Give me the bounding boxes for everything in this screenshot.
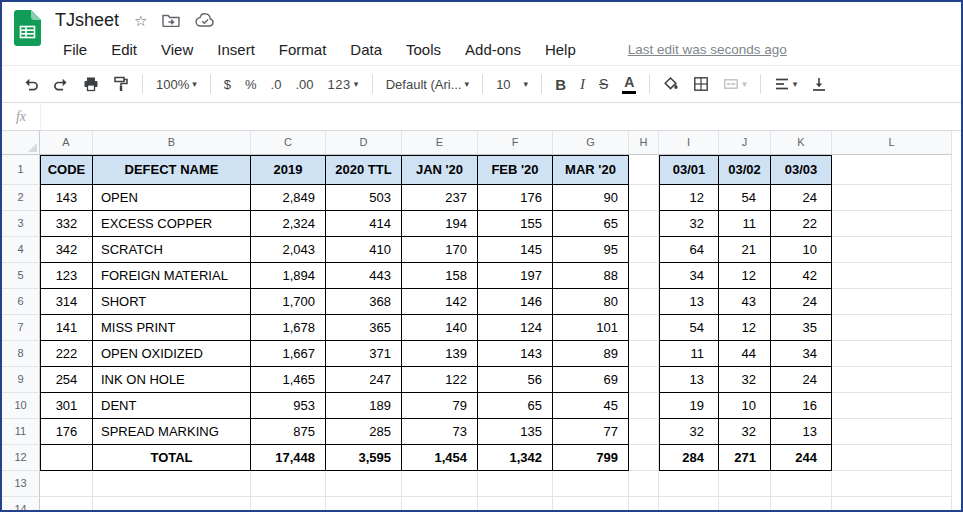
cell-E14[interactable] [402,497,478,510]
cell-E8[interactable]: 139 [402,341,478,367]
document-title[interactable]: TJsheet [55,10,119,31]
cell-J11[interactable]: 32 [719,419,771,445]
menu-edit[interactable]: Edit [111,41,137,58]
cell-B13[interactable] [93,471,251,497]
column-header-L[interactable]: L [832,131,952,155]
cell-I1[interactable]: 03/01 [659,155,719,185]
cell-H6[interactable] [629,289,659,315]
cell-F12[interactable]: 1,342 [478,445,553,471]
cell-G6[interactable]: 80 [553,289,629,315]
row-header-10[interactable]: 10 [2,393,40,419]
cell-F13[interactable] [478,471,553,497]
font-family-select[interactable]: Default (Ari... ▾ [379,71,476,97]
cell-G8[interactable]: 89 [553,341,629,367]
cell-G14[interactable] [553,497,629,510]
cell-L7[interactable] [832,315,952,341]
column-header-A[interactable]: A [40,131,93,155]
percent-format-button[interactable]: % [238,71,264,97]
cell-A5[interactable]: 123 [40,263,93,289]
cell-J7[interactable]: 12 [719,315,771,341]
redo-button[interactable] [46,71,76,97]
cell-I5[interactable]: 34 [659,263,719,289]
cell-K9[interactable]: 24 [771,367,832,393]
sheets-logo-icon[interactable] [14,10,41,46]
cell-G7[interactable]: 101 [553,315,629,341]
menu-insert[interactable]: Insert [217,41,255,58]
cell-L2[interactable] [832,185,952,211]
cell-J4[interactable]: 21 [719,237,771,263]
cell-A2[interactable]: 143 [40,185,93,211]
cell-F10[interactable]: 65 [478,393,553,419]
cell-H8[interactable] [629,341,659,367]
cell-G9[interactable]: 69 [553,367,629,393]
cell-F8[interactable]: 143 [478,341,553,367]
cell-K13[interactable] [771,471,832,497]
column-header-F[interactable]: F [478,131,553,155]
move-folder-icon[interactable] [162,13,180,27]
cell-I4[interactable]: 64 [659,237,719,263]
horizontal-align-button[interactable]: ▾ [767,71,805,97]
cell-B5[interactable]: FOREIGN MATERIAL [93,263,251,289]
cell-C9[interactable]: 1,465 [251,367,326,393]
row-header-8[interactable]: 8 [2,341,40,367]
cell-B11[interactable]: SPREAD MARKING [93,419,251,445]
cell-D4[interactable]: 410 [326,237,402,263]
column-header-G[interactable]: G [553,131,629,155]
cell-D9[interactable]: 247 [326,367,402,393]
cell-B6[interactable]: SHORT [93,289,251,315]
cell-E4[interactable]: 170 [402,237,478,263]
cell-G13[interactable] [553,471,629,497]
cell-G4[interactable]: 95 [553,237,629,263]
cell-K11[interactable]: 13 [771,419,832,445]
row-header-11[interactable]: 11 [2,419,40,445]
cell-H11[interactable] [629,419,659,445]
cell-B1[interactable]: DEFECT NAME [93,155,251,185]
cell-K14[interactable] [771,497,832,510]
cell-J6[interactable]: 43 [719,289,771,315]
cell-A8[interactable]: 222 [40,341,93,367]
cell-D1[interactable]: 2020 TTL [326,155,402,185]
row-header-1[interactable]: 1 [2,155,40,185]
cell-K12[interactable]: 244 [771,445,832,471]
cell-L4[interactable] [832,237,952,263]
bold-button[interactable]: B [548,71,573,97]
cell-E13[interactable] [402,471,478,497]
cell-D2[interactable]: 503 [326,185,402,211]
cell-K3[interactable]: 22 [771,211,832,237]
cell-I14[interactable] [659,497,719,510]
decrease-decimal-button[interactable]: .0 [264,71,289,97]
cell-C10[interactable]: 953 [251,393,326,419]
cell-J8[interactable]: 44 [719,341,771,367]
row-header-13[interactable]: 13 [2,471,40,497]
cell-A11[interactable]: 176 [40,419,93,445]
row-header-7[interactable]: 7 [2,315,40,341]
cell-G12[interactable]: 799 [553,445,629,471]
cell-H1[interactable] [629,155,659,185]
cell-A3[interactable]: 332 [40,211,93,237]
cell-J1[interactable]: 03/02 [719,155,771,185]
cell-I10[interactable]: 19 [659,393,719,419]
cell-E6[interactable]: 142 [402,289,478,315]
cell-A14[interactable] [40,497,93,510]
cell-I2[interactable]: 12 [659,185,719,211]
cell-E1[interactable]: JAN '20 [402,155,478,185]
cell-G5[interactable]: 88 [553,263,629,289]
cell-D6[interactable]: 368 [326,289,402,315]
cell-B4[interactable]: SCRATCH [93,237,251,263]
row-header-4[interactable]: 4 [2,237,40,263]
cell-C2[interactable]: 2,849 [251,185,326,211]
cell-J2[interactable]: 54 [719,185,771,211]
cell-E11[interactable]: 73 [402,419,478,445]
cell-C11[interactable]: 875 [251,419,326,445]
cell-B7[interactable]: MISS PRINT [93,315,251,341]
cell-D13[interactable] [326,471,402,497]
cell-L14[interactable] [832,497,952,510]
cell-F4[interactable]: 145 [478,237,553,263]
cell-H13[interactable] [629,471,659,497]
cell-D14[interactable] [326,497,402,510]
menu-tools[interactable]: Tools [406,41,441,58]
cell-E12[interactable]: 1,454 [402,445,478,471]
menu-file[interactable]: File [63,41,87,58]
column-header-J[interactable]: J [719,131,771,155]
cell-E5[interactable]: 158 [402,263,478,289]
